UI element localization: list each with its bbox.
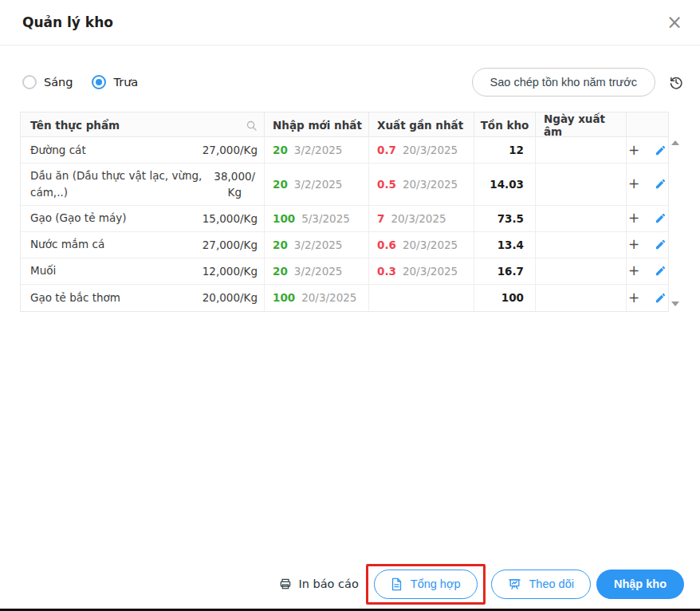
radio-label: Trưa [113, 76, 138, 89]
col-header-actions [627, 112, 668, 138]
latest-export-cell: 0.6 20/3/2025 [369, 232, 474, 258]
radio-trua[interactable]: Trưa [92, 75, 138, 89]
col-header-stock: Tồn kho [474, 112, 536, 138]
toolbar: Sáng Trưa Sao chép tồn kho năm trước [0, 68, 700, 97]
import-quantity: 20 [273, 265, 288, 278]
import-stock-button[interactable]: Nhập kho [596, 570, 684, 599]
table-row: Dầu ăn (Dầu thực vật lạc, vừng, cám,..) … [21, 164, 668, 206]
edit-icon[interactable] [655, 292, 667, 304]
export-quantity: 0.7 [377, 144, 396, 156]
import-quantity: 20 [273, 178, 288, 191]
food-name-cell: Gạo tẻ bắc thơm 20,000/Kg [21, 285, 265, 311]
radio-circle [92, 75, 106, 89]
footer: In báo cáo Tổng hợp Theo dõi Nhập k [0, 559, 700, 609]
export-quantity: 0.5 [377, 178, 396, 191]
edit-icon[interactable] [655, 238, 667, 250]
inventory-table: Tên thực phẩm Nhập mới nhất Xuất gần nhấ… [20, 112, 669, 312]
stock-cell: 14.03 [474, 164, 536, 205]
print-report-label: In báo cáo [298, 577, 358, 590]
track-button[interactable]: Theo dõi [491, 570, 591, 599]
actions-cell: + [627, 285, 668, 311]
negative-export-date-cell [536, 258, 627, 284]
food-name-cell: Gạo (Gạo tẻ máy) 15,000/Kg [21, 206, 265, 231]
food-name: Dầu ăn (Dầu thực vật lạc, vừng, cám,..) [30, 168, 207, 201]
table-row: Gạo (Gạo tẻ máy) 15,000/Kg 100 5/3/2025 … [21, 206, 668, 232]
col-header-latest-export: Xuất gần nhất [369, 112, 474, 138]
food-name: Nước mắm cá [30, 236, 198, 253]
import-quantity: 20 [273, 238, 288, 251]
food-unit-price: 27,000/Kg [203, 142, 258, 158]
actions-cell: + [627, 206, 668, 231]
radio-label: Sáng [44, 76, 73, 89]
edit-icon[interactable] [655, 144, 667, 156]
track-button-label: Theo dõi [529, 577, 574, 590]
negative-export-date-cell [536, 206, 627, 231]
table-header-row: Tên thực phẩm Nhập mới nhất Xuất gần nhấ… [21, 112, 668, 137]
food-name: Gạo (Gạo tẻ máy) [30, 210, 198, 227]
edit-icon[interactable] [655, 212, 667, 224]
stock-cell: 13.4 [474, 232, 536, 258]
col-header-food-name: Tên thực phẩm [21, 112, 265, 138]
printer-icon [279, 577, 292, 590]
summary-button-label: Tổng hợp [411, 577, 461, 590]
add-entry-button[interactable]: + [628, 291, 639, 305]
import-quantity: 20 [273, 144, 288, 156]
actions-cell: + [627, 258, 668, 284]
export-quantity: 0.3 [377, 265, 396, 278]
negative-export-date-cell [536, 232, 627, 258]
latest-import-cell: 20 3/2/2025 [265, 137, 369, 163]
table-row: Đường cát 27,000/Kg 20 3/2/2025 0.7 20/3… [21, 137, 668, 164]
edit-icon[interactable] [655, 265, 667, 277]
food-name: Muối [30, 262, 198, 279]
col-header-negative-export-date: Ngày xuất âm [536, 112, 627, 138]
scroll-up-icon[interactable] [671, 140, 679, 145]
stock-cell: 16.7 [474, 258, 536, 284]
import-date: 3/2/2025 [294, 178, 343, 191]
food-name-cell: Muối 12,000/Kg [21, 258, 265, 284]
export-date: 20/3/2025 [403, 265, 458, 278]
col-header-latest-import: Nhập mới nhất [265, 112, 369, 138]
latest-export-cell [369, 285, 474, 311]
latest-import-cell: 20 3/2/2025 [265, 164, 369, 205]
scroll-down-icon[interactable] [671, 302, 679, 306]
latest-export-cell: 0.3 20/3/2025 [369, 258, 474, 284]
copy-last-year-stock-button[interactable]: Sao chép tồn kho năm trước [472, 68, 655, 97]
table-scrollbar[interactable] [669, 137, 681, 309]
stock-cell: 100 [474, 285, 536, 311]
food-name: Gạo tẻ bắc thơm [30, 290, 198, 306]
food-name-cell: Dầu ăn (Dầu thực vật lạc, vừng, cám,..) … [21, 164, 265, 205]
export-date: 20/3/2025 [403, 178, 458, 191]
annotation-highlight-box: Tổng hợp [366, 564, 486, 605]
edit-icon[interactable] [655, 178, 667, 190]
latest-export-cell: 7 20/3/2025 [369, 206, 474, 231]
shift-radio-group: Sáng Trưa [22, 75, 472, 89]
export-date: 20/3/2025 [391, 212, 446, 225]
presentation-chart-icon [508, 577, 521, 591]
add-entry-button[interactable]: + [628, 144, 639, 157]
search-icon[interactable] [246, 120, 258, 132]
food-unit-price: 20,000/Kg [203, 290, 258, 306]
export-date: 20/3/2025 [403, 238, 458, 251]
add-entry-button[interactable]: + [628, 211, 639, 225]
summary-button[interactable]: Tổng hợp [374, 570, 478, 599]
food-name: Đường cát [30, 142, 198, 159]
history-icon[interactable] [668, 74, 684, 90]
import-date: 20/3/2025 [301, 291, 356, 304]
latest-import-cell: 20 3/2/2025 [265, 232, 369, 258]
negative-export-date-cell [536, 164, 627, 205]
latest-import-cell: 20 3/2/2025 [265, 258, 369, 284]
page-title: Quản lý kho [22, 14, 665, 30]
export-quantity: 0.6 [377, 238, 396, 251]
print-report-button[interactable]: In báo cáo [279, 577, 358, 590]
food-name-cell: Đường cát 27,000/Kg [21, 137, 265, 163]
food-unit-price: 15,000/Kg [203, 211, 258, 227]
add-entry-button[interactable]: + [628, 264, 639, 278]
modal-header: Quản lý kho × [0, 0, 700, 45]
close-icon[interactable]: × [665, 13, 684, 32]
stock-cell: 12 [474, 137, 536, 163]
add-entry-button[interactable]: + [628, 177, 639, 191]
document-icon [391, 577, 403, 591]
import-quantity: 100 [273, 291, 295, 304]
radio-sang[interactable]: Sáng [22, 75, 73, 89]
add-entry-button[interactable]: + [628, 238, 639, 251]
